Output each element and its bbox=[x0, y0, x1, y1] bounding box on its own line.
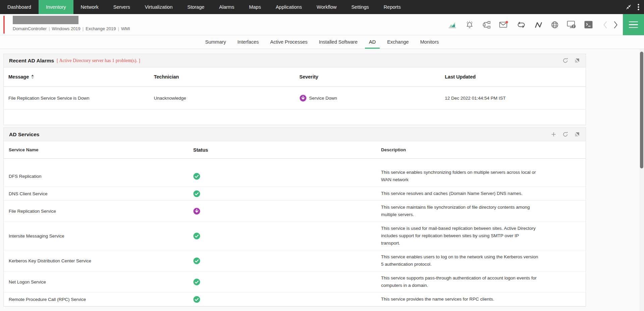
nav-virtualization[interactable]: Virtualization bbox=[138, 0, 180, 14]
service-row: DNS Client Service This service resolves… bbox=[4, 187, 586, 201]
alarm-table-empty-space bbox=[4, 110, 586, 125]
device-tabs: Summary Interfaces Active Processes Inst… bbox=[0, 35, 644, 49]
alarm-message[interactable]: File Replication Service Service is Down bbox=[4, 96, 149, 101]
severity-accent-bar bbox=[3, 16, 5, 34]
service-name: Net Logon Service bbox=[4, 279, 193, 284]
service-row: Intersite Messaging Service This service… bbox=[4, 222, 586, 250]
nav-settings[interactable]: Settings bbox=[344, 0, 376, 14]
breadcrumb-device: DomainController bbox=[13, 26, 47, 31]
add-service-icon[interactable] bbox=[551, 132, 556, 137]
services-table-header: Service Name Status Description bbox=[4, 141, 586, 159]
chevron-right-icon[interactable] bbox=[613, 21, 618, 29]
breadcrumb-app: Exchange 2019 bbox=[86, 26, 116, 31]
nav-network[interactable]: Network bbox=[73, 0, 106, 14]
service-name: Intersite Messaging Service bbox=[4, 234, 193, 239]
area-chart-icon[interactable] bbox=[448, 21, 457, 29]
service-name: File Replication Service bbox=[4, 209, 193, 214]
refresh-icon[interactable] bbox=[562, 57, 569, 64]
severity-service-down-icon bbox=[300, 95, 307, 102]
nav-servers[interactable]: Servers bbox=[106, 0, 138, 14]
status-icon bbox=[193, 190, 200, 197]
scrollbar-thumb[interactable] bbox=[640, 52, 643, 168]
tab-exchange[interactable]: Exchange bbox=[383, 35, 413, 49]
globe-icon[interactable] bbox=[551, 21, 558, 29]
nav-storage[interactable]: Storage bbox=[180, 0, 212, 14]
services-table-body: DFS Replication This service enables syn… bbox=[4, 159, 586, 306]
tab-ad[interactable]: AD bbox=[365, 35, 380, 49]
column-message[interactable]: Message bbox=[4, 74, 149, 80]
chevron-left-icon[interactable] bbox=[603, 21, 607, 29]
alarm-table-header: Message Technician Severity Last Updated bbox=[4, 67, 586, 87]
top-navigation: Dashboard Inventory Network Servers Virt… bbox=[0, 0, 644, 14]
ad-services-header: AD Services bbox=[4, 128, 586, 141]
device-name-redacted bbox=[13, 16, 78, 24]
service-description: This service resolves and caches (Domain… bbox=[381, 190, 586, 197]
nav-dashboard[interactable]: Dashboard bbox=[0, 0, 39, 14]
service-description: This service supports pass-through authe… bbox=[381, 274, 586, 289]
service-row: Net Logon Service This service supports … bbox=[4, 271, 586, 293]
alarm-row[interactable]: File Replication Service Service is Down… bbox=[4, 87, 586, 110]
tab-summary[interactable]: Summary bbox=[201, 35, 230, 49]
service-description: This service maintains file synchronizat… bbox=[381, 204, 586, 218]
status-icon bbox=[193, 296, 200, 303]
alarm-last-updated: 12 Dec 2022 01:44:54 PM IST bbox=[440, 96, 586, 101]
status-icon bbox=[193, 173, 200, 180]
expand-panel-icon[interactable] bbox=[575, 58, 580, 63]
expand-panel-icon[interactable] bbox=[575, 132, 580, 137]
page-scrollbar bbox=[639, 49, 644, 311]
ad-services-panel: AD Services bbox=[3, 127, 586, 307]
service-name: DFS Replication bbox=[4, 174, 193, 179]
service-description: This service is used for mail-based repl… bbox=[381, 225, 586, 247]
recent-ad-alarms-panel: Recent AD Alarms [ Active Directory serv… bbox=[3, 54, 586, 125]
column-service-name: Service Name bbox=[4, 147, 193, 152]
service-description: This service provides the name services … bbox=[381, 296, 586, 303]
column-technician[interactable]: Technician bbox=[149, 74, 295, 80]
service-row: File Replication Service This service ma… bbox=[4, 201, 586, 222]
breadcrumb-protocol: WMI bbox=[121, 26, 130, 31]
alarm-technician: Unacknowledge bbox=[149, 96, 295, 101]
panel-title: Recent AD Alarms bbox=[9, 58, 54, 64]
mail-notification-icon[interactable] bbox=[499, 21, 508, 29]
device-toolbar bbox=[448, 14, 618, 35]
status-icon bbox=[193, 232, 200, 240]
collapse-icon[interactable] bbox=[626, 4, 632, 10]
breadcrumb: DomainController|Windows 2019|Exchange 2… bbox=[13, 26, 130, 31]
nav-workflow[interactable]: Workflow bbox=[309, 0, 344, 14]
nav-applications[interactable]: Applications bbox=[268, 0, 309, 14]
nav-maps[interactable]: Maps bbox=[241, 0, 268, 14]
column-last-updated[interactable]: Last Updated bbox=[440, 74, 586, 80]
status-icon bbox=[193, 257, 200, 264]
status-icon bbox=[193, 278, 200, 286]
device-pager bbox=[603, 21, 618, 29]
alarm-bell-icon[interactable] bbox=[465, 20, 474, 29]
refresh-icon[interactable] bbox=[562, 131, 569, 138]
column-description: Description bbox=[381, 146, 586, 154]
nav-alarms[interactable]: Alarms bbox=[212, 0, 241, 14]
breadcrumb-os: Windows 2019 bbox=[52, 26, 80, 31]
tab-active-processes[interactable]: Active Processes bbox=[266, 35, 311, 49]
topology-icon[interactable] bbox=[482, 21, 491, 29]
sync-loop-icon[interactable] bbox=[517, 21, 526, 28]
status-icon bbox=[193, 208, 200, 215]
alarm-severity-label: Service Down bbox=[309, 96, 337, 101]
tab-monitors[interactable]: Monitors bbox=[416, 35, 443, 49]
service-description: This service enables synchronizing folde… bbox=[381, 169, 586, 184]
nav-reports[interactable]: Reports bbox=[376, 0, 408, 14]
kebab-menu-icon[interactable] bbox=[638, 4, 639, 10]
nav-inventory[interactable]: Inventory bbox=[39, 0, 73, 14]
column-status: Status bbox=[193, 147, 381, 153]
hamburger-menu-button[interactable] bbox=[623, 14, 644, 35]
tab-interfaces[interactable]: Interfaces bbox=[233, 35, 263, 49]
service-name: Kerberos Key Distribution Center Service bbox=[4, 258, 193, 263]
service-row: Kerberos Key Distribution Center Service… bbox=[4, 250, 586, 271]
ad-problem-note: [ Active Directory server has 1 problem(… bbox=[57, 58, 140, 63]
performance-graph-icon[interactable] bbox=[534, 21, 543, 28]
service-row: DFS Replication This service enables syn… bbox=[4, 166, 586, 187]
panel-title: AD Services bbox=[9, 132, 39, 138]
service-name: DNS Client Service bbox=[4, 191, 193, 196]
tab-installed-software[interactable]: Installed Software bbox=[315, 35, 362, 49]
terminal-icon[interactable] bbox=[584, 21, 593, 29]
remote-config-icon[interactable] bbox=[567, 20, 576, 29]
column-severity[interactable]: Severity bbox=[295, 74, 440, 80]
opmanager-device-page: Dashboard Inventory Network Servers Virt… bbox=[0, 0, 644, 311]
